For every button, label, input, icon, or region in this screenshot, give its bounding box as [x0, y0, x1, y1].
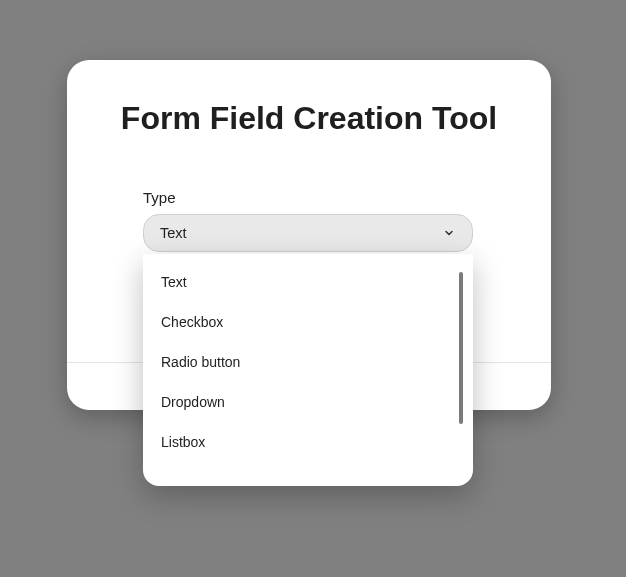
modal-body: Type Text Text Checkbox Radio button Dro… — [67, 189, 551, 252]
chevron-down-icon — [442, 226, 456, 240]
option-listbox[interactable]: Listbox — [143, 422, 473, 462]
form-field-creation-modal: Form Field Creation Tool Type Text Text … — [67, 60, 551, 410]
type-select-value: Text — [160, 225, 187, 241]
option-text[interactable]: Text — [143, 262, 473, 302]
option-dropdown[interactable]: Dropdown — [143, 382, 473, 422]
type-dropdown-list: Text Checkbox Radio button Dropdown List… — [143, 262, 473, 478]
dropdown-scrollbar[interactable] — [459, 272, 463, 424]
type-dropdown-panel: Text Checkbox Radio button Dropdown List… — [143, 254, 473, 486]
page-title: Form Field Creation Tool — [67, 100, 551, 137]
option-radio-button[interactable]: Radio button — [143, 342, 473, 382]
type-dropdown-inner: Text Checkbox Radio button Dropdown List… — [143, 262, 473, 478]
type-select-wrap: Text Text Checkbox Radio button Dropdown… — [143, 214, 475, 252]
option-checkbox[interactable]: Checkbox — [143, 302, 473, 342]
type-label: Type — [143, 189, 475, 206]
type-select[interactable]: Text — [143, 214, 473, 252]
